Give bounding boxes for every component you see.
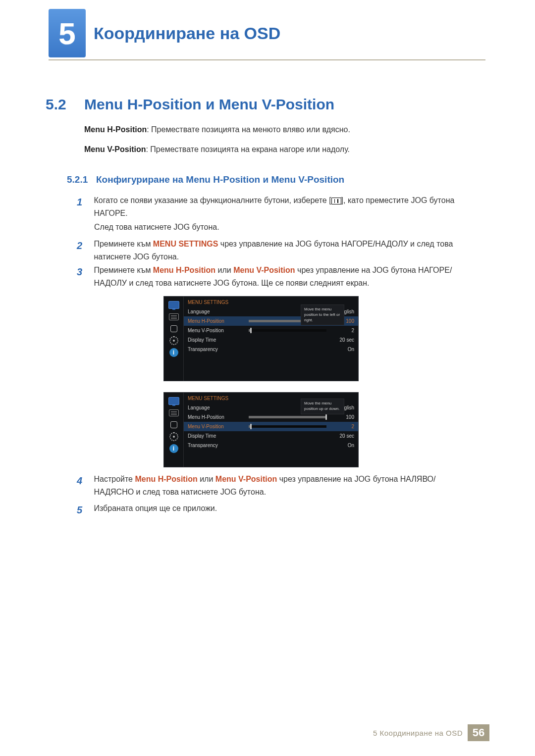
step-4-b2: Menu V-Position: [215, 475, 277, 483]
osd-vpos-label: Menu V-Position: [188, 328, 245, 333]
intro-hpos-text: : Премествате позицията на менюто вляво …: [147, 125, 350, 134]
osd-row-transparency: Transparency On: [184, 345, 358, 354]
step-3-b2: Menu V-Position: [233, 266, 295, 274]
intro-hpos: Menu H-Position: Премествате позицията н…: [84, 125, 350, 134]
step-4-b1: Menu H-Position: [135, 475, 197, 483]
osd2-vpos-bar: [249, 425, 326, 428]
step-3-mid: или: [215, 266, 233, 274]
subsection-number: 5.2.1: [67, 174, 88, 185]
osd2-hpos-value: 100: [330, 414, 354, 420]
osd2-vpos-value: 2: [330, 424, 354, 429]
step-3-text: Преминете към Menu H-Position или Menu V…: [94, 264, 475, 289]
footer-page-number: 56: [468, 724, 489, 741]
osd-help-hpos: Move the menu position to the left or ri…: [301, 304, 344, 325]
step-3-b1: Menu H-Position: [153, 266, 215, 274]
intro-vpos-text: : Премествате позицията на екрана нагоре…: [146, 145, 350, 153]
osd-vpos-bar: [249, 329, 326, 332]
chapter-title: Координиране на OSD: [94, 24, 280, 43]
osd2-language-label: Language: [188, 405, 245, 410]
osd-display-label: Display Time: [188, 337, 245, 343]
arrows-icon: [167, 323, 180, 334]
osd2-row-vpos-selected: Menu V-Position 2: [184, 422, 358, 431]
osd-vpos-value: 2: [330, 328, 354, 333]
arrows-icon: [167, 419, 180, 430]
osd-row-vpos: Menu V-Position 2: [184, 326, 358, 335]
step-3: 3 Преминете към Menu H-Position или Menu…: [77, 264, 478, 289]
osd2-display-label: Display Time: [188, 433, 245, 439]
intro-hpos-label: Menu H-Position: [84, 125, 147, 134]
osd-row-display: Display Time 20 sec: [184, 335, 358, 345]
intro-vpos-label: Menu V-Position: [84, 145, 146, 153]
osd-language-label: Language: [188, 309, 245, 314]
osd2-transparency-value: On: [330, 443, 354, 448]
info-icon: i: [167, 347, 180, 358]
step-2-text: Преминете към MENU SETTINGS чрез управле…: [94, 238, 475, 263]
osd-help-vpos: Move the menu position up or down.: [301, 399, 344, 414]
step-num-2: 2: [77, 238, 92, 253]
osd2-row-display: Display Time 20 sec: [184, 431, 358, 441]
chapter-number-tab: 5: [49, 9, 86, 57]
step-4-mid: или: [198, 475, 215, 483]
list-icon: [167, 407, 180, 418]
chapter-header: 5 Координиране на OSD: [49, 9, 280, 57]
list-icon: [167, 311, 180, 322]
step-2-bold: MENU SETTINGS: [153, 240, 218, 248]
osd-display-value: 20 sec: [330, 337, 354, 343]
step-1b: След това натиснете JOG бутона.: [94, 221, 471, 234]
step-3-pre: Преминете към: [94, 266, 153, 274]
step-5: 5 Избраната опция ще се приложи.: [77, 502, 478, 518]
gear-icon: [167, 335, 180, 346]
menu-icon: [331, 198, 341, 204]
step-num-3: 3: [77, 264, 92, 280]
step-4-pre: Настройте: [94, 475, 135, 483]
osd2-hpos-bar: [249, 416, 326, 418]
subsection-title: Конфигуриране на Menu H-Position и Menu …: [96, 174, 344, 185]
footer-text: 5 Координиране на OSD: [373, 729, 463, 737]
osd-transparency-label: Transparency: [188, 347, 245, 352]
osd-transparency-value: On: [330, 347, 354, 352]
osd-sidebar-2: i: [164, 393, 184, 467]
osd2-row-transparency: Transparency On: [184, 441, 358, 450]
step-2-pre: Преминете към: [94, 240, 153, 248]
gear-icon: [167, 431, 180, 442]
step-num-1: 1: [77, 194, 92, 210]
osd2-transparency-label: Transparency: [188, 443, 245, 448]
osd2-hpos-label: Menu H-Position: [188, 414, 245, 420]
section-title: Menu H-Position и Menu V-Position: [84, 96, 334, 113]
osd2-vpos-label: Menu V-Position: [188, 424, 245, 429]
step-5-text: Избраната опция ще се приложи.: [94, 502, 475, 515]
step-1-text: Когато се появи указание за функционални…: [94, 194, 475, 219]
step-2: 2 Преминете към MENU SETTINGS чрез управ…: [77, 238, 478, 263]
step-4: 4 Настройте Menu H-Position или Menu V-P…: [77, 473, 478, 498]
monitor-icon: [167, 300, 180, 310]
osd-hpos-label: Menu H-Position: [188, 318, 245, 324]
step-num-4: 4: [77, 473, 92, 489]
osd-sidebar: i: [164, 297, 184, 381]
step-4-text: Настройте Menu H-Position или Menu V-Pos…: [94, 473, 475, 498]
info-icon: i: [167, 443, 180, 454]
section-number: 5.2: [46, 96, 66, 113]
step-1: 1 Когато се появи указание за функционал…: [77, 194, 478, 219]
intro-vpos: Menu V-Position: Премествате позицията н…: [84, 145, 350, 154]
chapter-number: 5: [58, 16, 75, 51]
step-1-pre: Когато се появи указание за функционални…: [94, 196, 331, 204]
osd2-display-value: 20 sec: [330, 433, 354, 439]
footer: 5 Координиране на OSD 56: [373, 724, 489, 741]
header-rule: [49, 59, 485, 60]
step-num-5: 5: [77, 502, 92, 518]
monitor-icon: [167, 396, 180, 406]
